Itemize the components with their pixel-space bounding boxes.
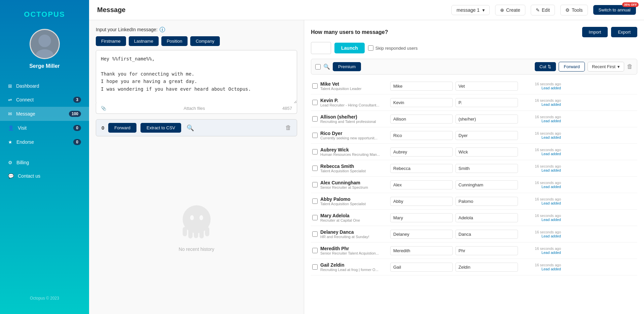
position-button[interactable]: Position bbox=[161, 36, 188, 46]
sidebar-item-message[interactable]: ✉ Message 100 bbox=[0, 107, 89, 121]
sort-dropdown[interactable]: Recent First ▾ bbox=[588, 62, 624, 72]
char-count: 4857 bbox=[282, 106, 292, 111]
svg-point-0 bbox=[38, 35, 51, 47]
skip-responded-checkbox[interactable] bbox=[368, 45, 373, 51]
create-button[interactable]: ⊕ Create bbox=[495, 5, 525, 15]
contact-checkbox[interactable] bbox=[312, 116, 318, 122]
contact-checkbox[interactable] bbox=[312, 182, 318, 187]
sidebar-item-visit[interactable]: 👤 Visit 0 bbox=[0, 121, 89, 135]
queue-search-icon[interactable]: 🔍 bbox=[187, 124, 194, 132]
contact-first-name[interactable] bbox=[390, 164, 453, 173]
contact-status: Lead added bbox=[521, 267, 561, 271]
contact-first-name[interactable] bbox=[390, 197, 453, 206]
table-row: Abby Palomo Talent Acquisition Specialis… bbox=[311, 193, 637, 210]
contact-checkbox[interactable] bbox=[312, 264, 318, 270]
contact-first-name[interactable] bbox=[390, 147, 453, 156]
tools-button[interactable]: ⚙ Tools bbox=[560, 5, 588, 15]
extract-csv-button[interactable]: Extract to CSV bbox=[140, 123, 181, 133]
sidebar-item-dashboard[interactable]: ⊞ Dashboard bbox=[0, 79, 89, 93]
contact-last-name[interactable] bbox=[455, 164, 518, 173]
contact-last-name[interactable] bbox=[455, 246, 518, 255]
contact-checkbox[interactable] bbox=[312, 100, 318, 105]
forward-table-button[interactable]: Forward bbox=[559, 62, 585, 72]
contact-checkbox[interactable] bbox=[312, 83, 318, 89]
plus-circle-icon: ⊕ bbox=[500, 7, 504, 13]
contact-last-name[interactable] bbox=[455, 115, 518, 124]
export-button[interactable]: Export bbox=[611, 27, 637, 37]
contact-name: Mary Adelola bbox=[320, 213, 388, 218]
contact-meta: 16 seconds ago Lead added bbox=[521, 246, 561, 255]
contact-checkbox[interactable] bbox=[312, 133, 318, 138]
delete-all-button[interactable]: 🗑 bbox=[627, 63, 633, 70]
contact-checkbox[interactable] bbox=[312, 231, 318, 237]
contact-name: Mike Vet bbox=[320, 81, 388, 87]
contact-last-name[interactable] bbox=[455, 230, 518, 239]
cut-button[interactable]: Cut ⇅ bbox=[535, 62, 556, 71]
topbar-actions: message 1 ▾ ⊕ Create ✎ Edit ⚙ Tools Swit… bbox=[451, 5, 636, 15]
firstname-button[interactable]: Firstname bbox=[96, 36, 126, 46]
count-input[interactable] bbox=[311, 42, 331, 54]
sidebar-item-connect[interactable]: ⇌ Connect 3 bbox=[0, 93, 89, 107]
campaign-dropdown[interactable]: message 1 ▾ bbox=[451, 5, 489, 15]
contact-checkbox[interactable] bbox=[312, 166, 318, 171]
forward-button[interactable]: Forward bbox=[108, 123, 136, 133]
launch-button[interactable]: Launch bbox=[334, 43, 365, 53]
contact-first-name[interactable] bbox=[390, 263, 453, 272]
contact-info: Aubrey Wick Human Resources Recruiting M… bbox=[320, 147, 388, 156]
table-search-button[interactable]: 🔍 bbox=[323, 63, 330, 70]
topbar: Message message 1 ▾ ⊕ Create ✎ Edit ⚙ To… bbox=[89, 0, 644, 20]
svg-rect-5 bbox=[194, 228, 198, 238]
contact-first-name[interactable] bbox=[390, 82, 453, 91]
message-textarea[interactable]: Hey %%first_name%%, Thank you for connec… bbox=[96, 50, 297, 104]
contact-last-name[interactable] bbox=[455, 131, 518, 140]
table-row: Alex Cunningham Senior Recruiter at Spec… bbox=[311, 177, 637, 193]
contact-info: Abby Palomo Talent Acquisition Specialis… bbox=[320, 196, 388, 206]
edit-button[interactable]: ✎ Edit bbox=[531, 5, 555, 15]
contact-checkbox[interactable] bbox=[312, 198, 318, 204]
contact-first-name[interactable] bbox=[390, 115, 453, 124]
contact-checkbox[interactable] bbox=[312, 149, 318, 154]
contact-meta: 16 seconds ago Lead added bbox=[521, 98, 561, 106]
sidebar-item-label: Message bbox=[16, 111, 35, 117]
contact-first-name[interactable] bbox=[390, 213, 453, 222]
sidebar-item-billing[interactable]: ⚙ Billing bbox=[0, 156, 89, 169]
contact-name: Kevin P. bbox=[320, 98, 388, 103]
connect-badge: 3 bbox=[73, 97, 81, 103]
contact-title: Senior Recruiter at Spectrum bbox=[320, 185, 384, 189]
queue-delete-icon[interactable]: 🗑 bbox=[285, 124, 291, 131]
contact-info: Mike Vet Talent Acquisition Leader bbox=[320, 81, 388, 91]
contact-checkbox[interactable] bbox=[312, 215, 318, 220]
contact-last-name[interactable] bbox=[455, 82, 518, 91]
sidebar-item-contact[interactable]: 💬 Contact us bbox=[0, 169, 89, 183]
contact-status: Lead added bbox=[521, 201, 561, 205]
endorse-icon: ★ bbox=[8, 139, 12, 145]
sidebar-item-endorse[interactable]: ★ Endorse 0 bbox=[0, 135, 89, 149]
import-button[interactable]: Import bbox=[582, 27, 608, 37]
contact-first-name[interactable] bbox=[390, 246, 453, 255]
sidebar-item-label: Dashboard bbox=[16, 83, 39, 89]
select-all-checkbox[interactable] bbox=[315, 64, 321, 70]
contact-last-name[interactable] bbox=[455, 98, 518, 107]
contact-first-name[interactable] bbox=[390, 180, 453, 189]
contact-checkbox[interactable] bbox=[312, 248, 318, 253]
contact-first-name[interactable] bbox=[390, 131, 453, 140]
lastname-button[interactable]: Lastname bbox=[129, 36, 159, 46]
contact-name: Allison (she/her) bbox=[320, 114, 388, 120]
contact-first-name[interactable] bbox=[390, 230, 453, 239]
premium-filter-button[interactable]: Premium bbox=[333, 62, 361, 71]
contact-time: 16 seconds ago bbox=[521, 131, 561, 135]
contact-last-name[interactable] bbox=[455, 263, 518, 272]
company-button[interactable]: Company bbox=[190, 36, 220, 46]
sidebar-item-label: Billing bbox=[16, 160, 29, 165]
contact-title: Talent Acquisition Specialist bbox=[320, 169, 384, 173]
contact-status: Lead added bbox=[521, 119, 561, 123]
svg-rect-6 bbox=[199, 227, 204, 238]
contact-last-name[interactable] bbox=[455, 147, 518, 156]
contact-info: Alex Cunningham Senior Recruiter at Spec… bbox=[320, 180, 388, 189]
contact-title: Talent Acquisition Leader bbox=[320, 87, 384, 91]
contact-last-name[interactable] bbox=[455, 180, 518, 189]
contact-last-name[interactable] bbox=[455, 197, 518, 206]
no-history-icon bbox=[176, 202, 217, 242]
contact-first-name[interactable] bbox=[390, 98, 453, 107]
contact-last-name[interactable] bbox=[455, 213, 518, 222]
